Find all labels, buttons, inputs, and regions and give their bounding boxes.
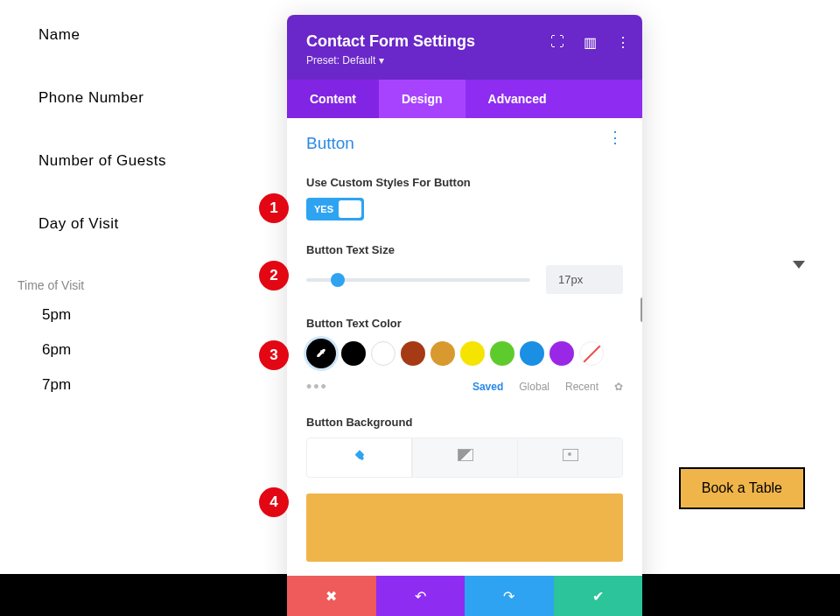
time-7pm[interactable]: 7pm xyxy=(42,376,245,394)
redo-button[interactable]: ↷ xyxy=(465,576,554,616)
layout-icon[interactable]: ▥ xyxy=(584,34,597,51)
color-tab-saved[interactable]: Saved xyxy=(472,381,503,393)
eyedropper-swatch[interactable] xyxy=(306,339,336,368)
field-phone[interactable]: Phone Number xyxy=(38,89,245,107)
bg-tab-image[interactable] xyxy=(517,438,622,477)
bg-label: Button Background xyxy=(306,416,623,429)
expand-icon[interactable]: ⛶ xyxy=(550,34,564,51)
swatch-purple[interactable] xyxy=(550,341,574,366)
modal-body: Button ⋮ Use Custom Styles For Button YE… xyxy=(287,118,642,562)
swatch-green[interactable] xyxy=(490,341,514,366)
color-swatches xyxy=(306,339,623,368)
time-6pm[interactable]: 6pm xyxy=(42,341,245,359)
gear-icon[interactable]: ✿ xyxy=(614,381,623,393)
background-form: Name Phone Number Number of Guests Day o… xyxy=(9,26,245,411)
close-icon: ✖ xyxy=(326,589,337,604)
text-size-value[interactable]: 17px xyxy=(546,265,623,294)
check-icon: ✔ xyxy=(592,589,604,604)
paint-bucket-icon xyxy=(353,449,367,463)
toggle-value: YES xyxy=(309,200,339,218)
eyedropper-icon xyxy=(315,347,327,360)
undo-icon: ↶ xyxy=(415,589,426,604)
callout-4: 4 xyxy=(259,487,289,517)
modal-footer: ✖ ↶ ↷ ✔ xyxy=(287,576,642,616)
settings-modal: Contact Form Settings Preset: Default▾ ⛶… xyxy=(287,15,642,616)
image-icon xyxy=(563,449,578,461)
swatch-ochre[interactable] xyxy=(430,341,455,366)
cancel-button[interactable]: ✖ xyxy=(287,576,376,616)
callout-1: 1 xyxy=(259,193,289,223)
tab-advanced[interactable]: Advanced xyxy=(466,80,570,118)
field-guests[interactable]: Number of Guests xyxy=(38,152,245,170)
bg-color-preview[interactable] xyxy=(306,494,623,562)
swatch-yellow[interactable] xyxy=(460,341,485,366)
book-table-button[interactable]: Book a Table xyxy=(679,467,805,509)
time-label: Time of Visit xyxy=(18,278,245,292)
field-day[interactable]: Day of Visit xyxy=(38,215,245,233)
callout-3: 3 xyxy=(259,340,289,370)
gradient-icon xyxy=(458,449,473,461)
callout-2: 2 xyxy=(259,261,289,290)
redo-icon: ↷ xyxy=(503,589,514,604)
color-tab-global[interactable]: Global xyxy=(519,381,550,393)
tab-design[interactable]: Design xyxy=(379,80,466,118)
swatch-white[interactable] xyxy=(371,341,396,366)
tab-content[interactable]: Content xyxy=(287,80,379,118)
scrollbar-thumb[interactable] xyxy=(640,298,642,322)
swatch-none[interactable] xyxy=(579,341,604,366)
color-tab-recent[interactable]: Recent xyxy=(565,381,598,393)
time-5pm[interactable]: 5pm xyxy=(42,306,245,324)
kebab-icon[interactable]: ⋮ xyxy=(616,34,630,51)
swatch-brick[interactable] xyxy=(401,341,425,366)
modal-tabs: Content Design Advanced xyxy=(287,80,642,118)
preset-dropdown[interactable]: Preset: Default▾ xyxy=(306,54,384,66)
slider-thumb[interactable] xyxy=(331,273,345,287)
swatch-blue[interactable] xyxy=(520,341,544,366)
field-name[interactable]: Name xyxy=(38,26,245,44)
bg-type-tabs xyxy=(306,438,623,478)
confirm-button[interactable]: ✔ xyxy=(554,576,643,616)
chevron-down-icon: ▾ xyxy=(379,54,384,66)
modal-header: Contact Form Settings Preset: Default▾ ⛶… xyxy=(287,15,642,80)
bg-tab-gradient[interactable] xyxy=(412,438,517,477)
text-color-label: Button Text Color xyxy=(306,317,623,330)
text-size-label: Button Text Size xyxy=(306,243,623,256)
custom-styles-label: Use Custom Styles For Button xyxy=(306,176,623,189)
section-title[interactable]: Button xyxy=(306,134,623,153)
swatch-black[interactable] xyxy=(341,341,366,366)
undo-button[interactable]: ↶ xyxy=(376,576,466,616)
toggle-knob xyxy=(339,200,361,218)
custom-styles-toggle[interactable]: YES xyxy=(306,198,364,220)
bg-tab-fill[interactable] xyxy=(307,438,412,477)
text-size-slider[interactable] xyxy=(306,278,530,282)
chevron-down-icon[interactable] xyxy=(793,261,805,269)
